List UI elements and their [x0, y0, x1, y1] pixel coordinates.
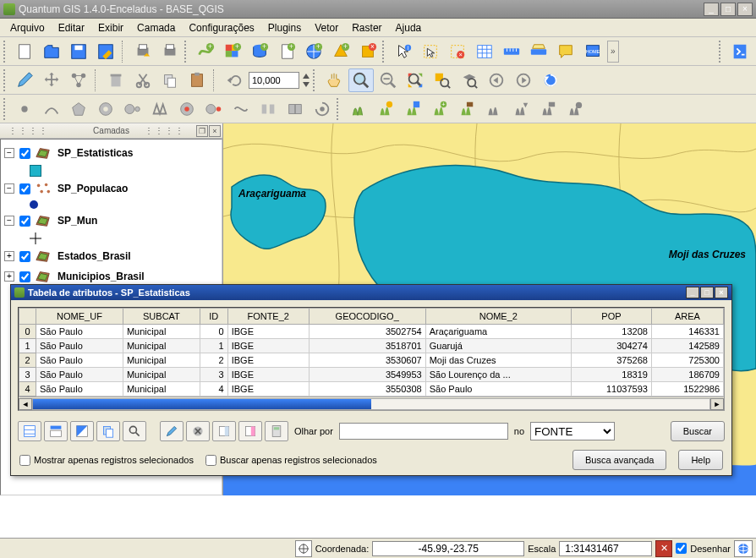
dialog-titlebar[interactable]: Tabela de atributos - SP_Estatisticas _ … [11, 285, 731, 300]
save-as-icon[interactable] [93, 40, 118, 63]
layer-row[interactable]: − SP_Estatisticas [4, 143, 218, 163]
paste-icon[interactable] [184, 68, 210, 92]
layer-row[interactable]: − SP_Populacao [4, 178, 218, 199]
table-cell[interactable]: IBGE [227, 339, 309, 353]
invert-selection-icon[interactable] [70, 421, 94, 441]
panel-close-icon[interactable]: × [209, 125, 221, 137]
delete-part-icon[interactable] [201, 97, 227, 121]
field-calculator-icon[interactable] [265, 421, 288, 441]
projection-icon[interactable] [734, 540, 753, 557]
table-cell[interactable]: Municipal [123, 368, 200, 382]
field-select[interactable]: FONTE [530, 422, 615, 440]
grass-tool-7-icon[interactable] [507, 97, 533, 121]
capture-polygon-icon[interactable] [66, 97, 91, 121]
remove-layer-icon[interactable]: × [355, 40, 381, 63]
table-cell[interactable]: 4 [200, 382, 227, 397]
table-cell[interactable]: São Paulo [36, 382, 123, 397]
table-cell[interactable]: Municipal [123, 339, 200, 353]
layer-row[interactable]: + Estados_Brasil [4, 246, 218, 266]
table-cell[interactable]: São Lourenço da ... [425, 368, 571, 382]
bookmark-icon[interactable]: HOME [580, 40, 605, 63]
advanced-search-button[interactable]: Busca avançada [572, 450, 666, 470]
grass-tool-6-icon[interactable] [480, 97, 506, 121]
zoom-selection-icon[interactable] [430, 68, 455, 92]
table-cell[interactable]: IBGE [227, 325, 309, 339]
grass-tool-9-icon[interactable] [562, 97, 587, 121]
col-header[interactable]: GEOCODIGO_ [309, 309, 425, 325]
search-selected-checkbox[interactable]: Buscar apenas registros selecionados [205, 455, 377, 466]
select-icon[interactable] [418, 40, 443, 63]
table-cell[interactable]: IBGE [227, 353, 309, 368]
table-row[interactable]: 3São PauloMunicipal3IBGE3549953São Loure… [19, 368, 724, 382]
zoom-layer-icon[interactable] [457, 68, 482, 92]
unselect-all-icon[interactable] [18, 421, 41, 441]
print-icon[interactable] [157, 40, 183, 63]
layer-checkbox[interactable] [19, 251, 30, 262]
table-cell[interactable]: 13208 [571, 325, 651, 339]
table-cell[interactable]: São Paulo [36, 368, 123, 382]
help-button[interactable]: Help [678, 450, 723, 470]
layer-checkbox[interactable] [19, 271, 30, 282]
table-cell[interactable]: 3518701 [309, 339, 425, 353]
row-header[interactable]: 0 [19, 325, 36, 339]
delete-ring-icon[interactable] [174, 97, 200, 121]
table-cell[interactable]: IBGE [227, 368, 309, 382]
menu-ajuda[interactable]: Ajuda [389, 20, 429, 36]
grass-tool-4-icon[interactable]: + [426, 97, 452, 121]
move-top-icon[interactable] [44, 421, 68, 441]
cut-icon[interactable] [130, 68, 156, 92]
menu-vetor[interactable]: Vetor [308, 20, 345, 36]
stop-render-icon[interactable]: ✕ [655, 540, 672, 557]
table-cell[interactable]: 1522986 [651, 382, 723, 397]
table-cell[interactable]: Araçariguama [425, 325, 571, 339]
layer-checkbox[interactable] [19, 148, 30, 159]
refresh-icon[interactable] [538, 68, 563, 92]
toggle-extents-icon[interactable] [295, 540, 312, 557]
table-cell[interactable]: São Paulo [36, 339, 123, 353]
col-header[interactable]: ID [200, 309, 227, 325]
dialog-close-button[interactable]: × [715, 287, 728, 298]
col-header[interactable]: POP [571, 309, 651, 325]
table-cell[interactable]: 0 [200, 325, 227, 339]
col-header[interactable]: NOME_2 [425, 309, 571, 325]
table-cell[interactable]: IBGE [227, 382, 309, 397]
layer-row[interactable]: − SP_Mun [4, 211, 218, 231]
tree-collapse-icon[interactable]: − [4, 148, 14, 158]
print-composer-icon[interactable] [130, 40, 156, 63]
scroll-track[interactable] [32, 398, 710, 410]
tree-expand-icon[interactable]: + [4, 271, 14, 282]
dialog-maximize-button[interactable]: □ [700, 287, 714, 298]
zoom-in-icon[interactable] [348, 68, 374, 92]
table-corner[interactable] [19, 309, 36, 325]
python-console-icon[interactable] [727, 40, 753, 63]
menu-plugins[interactable]: Plugins [261, 20, 308, 36]
search-input[interactable] [339, 423, 508, 440]
table-cell[interactable]: 725300 [651, 353, 723, 368]
col-header[interactable]: FONTE_2 [227, 309, 309, 325]
copy-selected-icon[interactable] [96, 421, 120, 441]
table-cell[interactable]: 3530607 [309, 353, 425, 368]
grass-tool-1-icon[interactable] [345, 97, 370, 121]
measure-line-icon[interactable] [499, 40, 524, 63]
add-wms-icon[interactable]: + [301, 40, 326, 63]
zoom-full-icon[interactable] [403, 68, 428, 92]
grass-tool-2-icon[interactable] [372, 97, 397, 121]
delete-column-icon[interactable] [238, 421, 262, 441]
table-cell[interactable]: São Paulo [36, 325, 123, 339]
grass-tool-8-icon[interactable] [534, 97, 560, 121]
tree-expand-icon[interactable]: + [4, 251, 14, 261]
col-header[interactable]: AREA [651, 309, 723, 325]
capture-point-icon[interactable] [12, 97, 37, 121]
attribute-table-icon[interactable] [472, 40, 497, 63]
copy-icon[interactable] [157, 68, 183, 92]
menu-raster[interactable]: Raster [345, 20, 388, 36]
scroll-left-icon[interactable]: ◄ [19, 398, 32, 410]
table-cell[interactable]: 375268 [571, 353, 651, 368]
menu-camada[interactable]: Camada [130, 20, 182, 36]
pointer-icon[interactable]: i [391, 40, 416, 63]
node-tool-icon[interactable] [66, 68, 91, 92]
measure-area-icon[interactable] [526, 40, 551, 63]
table-cell[interactable]: 146331 [651, 325, 723, 339]
table-cell[interactable]: 11037593 [571, 382, 651, 397]
table-cell[interactable]: 186709 [651, 368, 723, 382]
